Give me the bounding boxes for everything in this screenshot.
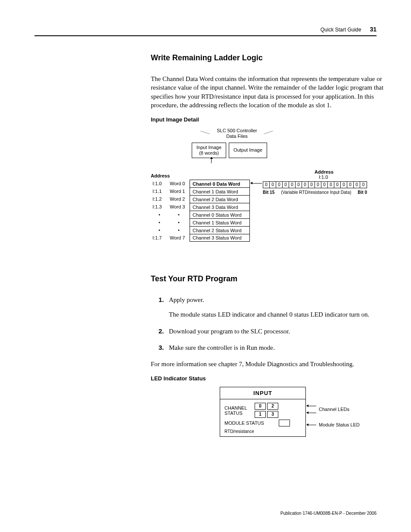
addr-cell: I:1.0 <box>151 180 168 187</box>
addr-cell: • <box>151 226 168 234</box>
module-status-label: MODULE STATUS <box>224 420 272 426</box>
bit-cell: 0 <box>334 182 341 188</box>
bit-cell: 0 <box>341 182 347 188</box>
step-item: Apply power.The module status LED indica… <box>159 296 392 319</box>
step-subtext: The module status LED indicator and chan… <box>169 310 392 319</box>
led-panel: INPUT CHANNEL STATUS 0 2 1 3 MODULE STAT… <box>220 387 306 437</box>
section-1-paragraph: The Channel Data Word contains the infor… <box>151 75 392 109</box>
callout-arrow-icon <box>307 425 316 425</box>
bit-detail-block: Address I:1.0 0000000000000000 Bit 15 (V… <box>263 169 367 195</box>
bit-cell: 0 <box>308 182 315 188</box>
word-cell: • <box>168 218 190 226</box>
channel-led-1: 1 <box>255 411 266 418</box>
slc-subtitle: Data Files <box>226 134 248 139</box>
output-image-box: Output Image <box>229 143 267 158</box>
bit-cell: 0 <box>328 182 334 188</box>
bit-labels: Bit 15 (Variable RTD/resistance Input Da… <box>263 190 367 195</box>
desc-cell: Channel 3 Status Word <box>190 234 250 242</box>
section-heading-1: Write Remaining Ladder Logic <box>151 53 392 62</box>
word-table: I:1.0Word 0Channel 0 Data WordI:1.1Word … <box>151 180 250 242</box>
word-cell: Word 1 <box>168 187 190 195</box>
publication-footer: Publication 1746-UM008B-EN-P - December … <box>280 511 377 516</box>
channel-led-grid: 0 2 1 3 <box>255 403 278 418</box>
bit-cell: 0 <box>283 182 289 188</box>
led-inner: CHANNEL STATUS 0 2 1 3 MODULE STATUS RTD… <box>220 399 305 436</box>
callout-arrow-icon <box>307 406 316 406</box>
step-item: Make sure the controller is in Run mode. <box>159 343 392 352</box>
module-status-row: MODULE STATUS <box>224 420 301 426</box>
header-title: Quick Start Guide <box>321 27 361 33</box>
page-number: 31 <box>370 26 377 33</box>
channel-leds-callout: Channel LEDs <box>319 407 349 412</box>
address-label-right: Address <box>314 169 367 174</box>
module-status-callout: Module Status LED <box>319 422 360 427</box>
bit-cell: 0 <box>360 182 367 188</box>
desc-cell: Channel 2 Status Word <box>190 226 250 234</box>
desc-cell: Channel 0 Status Word <box>190 211 250 218</box>
rtd-resistance-label: RTD/resistance <box>224 429 301 434</box>
bit-cell: 0 <box>302 182 308 188</box>
addr-cell: I:1.1 <box>151 187 168 195</box>
bit-cell: 0 <box>296 182 302 188</box>
callout-arrow-icon <box>307 413 316 413</box>
input-image-box: Input Image (8 words) <box>192 143 226 158</box>
arrow-up-icon <box>211 157 212 163</box>
channel-led-0: 0 <box>255 403 266 410</box>
desc-cell: Channel 3 Data Word <box>190 203 250 211</box>
led-diagram: INPUT CHANNEL STATUS 0 2 1 3 MODULE STAT… <box>220 387 392 460</box>
bit-cell: 0 <box>321 182 328 188</box>
bit-row: 0000000000000000 <box>263 181 367 188</box>
led-subhead: LED Indicator Status <box>151 375 392 382</box>
led-panel-title: INPUT <box>220 390 305 397</box>
addr-cell: I:1.7 <box>151 234 168 242</box>
address-label-left: Address <box>151 173 170 178</box>
header-rule <box>34 35 377 36</box>
desc-cell: Channel 1 Data Word <box>190 187 250 195</box>
word-cell: Word 2 <box>168 195 190 203</box>
module-status-led <box>279 420 290 426</box>
bit-cell: 0 <box>347 182 354 188</box>
step-item: Download your program to the SLC process… <box>159 327 392 336</box>
bit-0-label: Bit 0 <box>358 190 367 195</box>
word-cell: Word 3 <box>168 203 190 211</box>
addr-cell: I:1.3 <box>151 203 168 211</box>
channel-led-2: 2 <box>267 403 278 410</box>
desc-cell: Channel 0 Data Word <box>190 180 250 187</box>
channel-status-row: CHANNEL STATUS 0 2 1 3 <box>224 403 301 418</box>
word-cell: Word 7 <box>168 234 190 242</box>
bit-15-label: Bit 15 <box>263 190 274 195</box>
image-boxes: Input Image (8 words) Output Image <box>192 143 267 158</box>
bit-cell: 0 <box>354 182 360 188</box>
content-column: Write Remaining Ladder Logic The Channel… <box>151 53 392 460</box>
addr-cell: • <box>151 218 168 226</box>
slc-title: SLC 500 Controller <box>217 128 257 133</box>
arrow-left-icon <box>251 183 262 184</box>
input-image-diagram: SLC 500 Controller Data Files Input Imag… <box>151 128 392 257</box>
addr-cell: I:1.2 <box>151 195 168 203</box>
desc-cell: Channel 2 Data Word <box>190 195 250 203</box>
address-value-right: I:1.0 <box>319 174 367 180</box>
word-cell: Word 0 <box>168 180 190 187</box>
input-image-l2: (8 words) <box>199 150 219 156</box>
page-header: Quick Start Guide 31 <box>34 26 377 33</box>
follow-paragraph: For more information see chapter 7, Modu… <box>151 360 392 368</box>
slc-controller-label: SLC 500 Controller Data Files <box>207 128 267 139</box>
word-cell: • <box>168 226 190 234</box>
bit-cell: 0 <box>289 182 296 188</box>
bit-cell: 0 <box>276 182 283 188</box>
diagram-1-subhead: Input Image Detail <box>151 116 392 123</box>
word-cell: • <box>168 211 190 218</box>
bit-cell: 0 <box>315 182 321 188</box>
channel-led-3: 3 <box>267 411 278 418</box>
desc-cell: Channel 1 Status Word <box>190 218 250 226</box>
bit-cell: 0 <box>270 182 276 188</box>
steps-list: Apply power.The module status LED indica… <box>159 296 392 352</box>
bit-cell: 0 <box>263 182 270 188</box>
variable-data-label: (Variable RTD/resistance Input Data) <box>281 190 351 195</box>
section-heading-2: Test Your RTD Program <box>151 274 392 283</box>
input-image-l1: Input Image <box>196 145 221 150</box>
addr-cell: • <box>151 211 168 218</box>
channel-status-label: CHANNEL STATUS <box>224 405 255 416</box>
